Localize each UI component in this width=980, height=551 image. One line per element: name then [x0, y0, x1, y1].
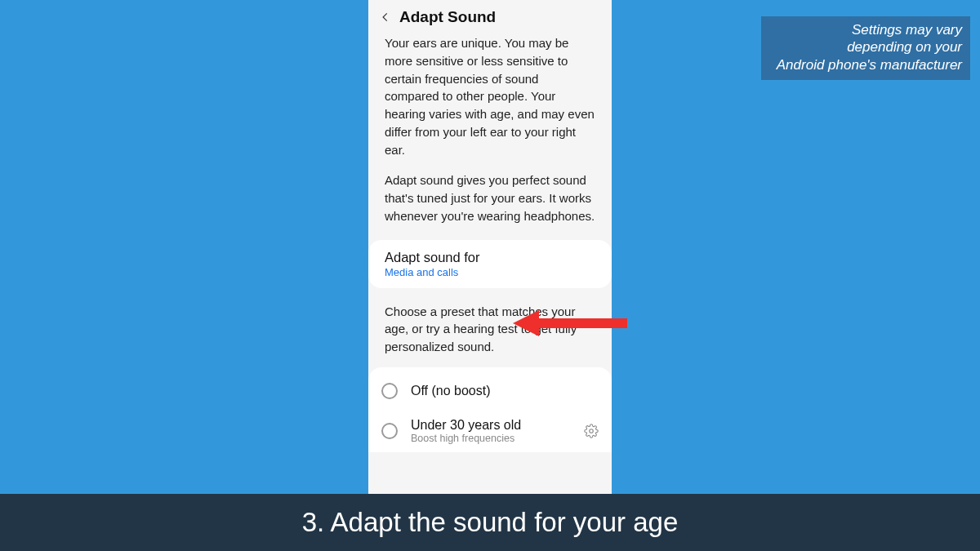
phone-screenshot: Adapt Sound Your ears are unique. You ma…	[368, 0, 612, 506]
preset-under-30-sub: Boost high frequencies	[411, 433, 582, 444]
preset-description: Choose a preset that matches your age, o…	[368, 295, 612, 367]
back-icon[interactable]	[376, 8, 394, 26]
page-title: Adapt Sound	[399, 8, 496, 26]
preset-under-30-label: Under 30 years old	[411, 418, 582, 433]
app-header: Adapt Sound	[368, 0, 612, 33]
gear-icon[interactable]	[582, 422, 600, 440]
step-caption: 3. Adapt the sound for your age	[0, 494, 980, 551]
disclaimer-line-1: Settings may vary	[769, 21, 962, 38]
description-block: Your ears are unique. You may be more se…	[368, 33, 612, 240]
preset-under-30[interactable]: Under 30 years old Boost high frequencie…	[368, 410, 612, 452]
adapt-sound-for-row[interactable]: Adapt sound for Media and calls	[368, 240, 612, 288]
tutorial-frame: Adapt Sound Your ears are unique. You ma…	[0, 0, 980, 551]
description-para-1: Your ears are unique. You may be more se…	[385, 34, 595, 158]
preset-off[interactable]: Off (no boost)	[368, 372, 612, 410]
adapt-sound-for-value: Media and calls	[385, 266, 595, 278]
disclaimer-line-2: depending on your	[769, 38, 962, 56]
preset-off-label: Off (no boost)	[411, 384, 600, 398]
description-para-2: Adapt sound gives you perfect sound that…	[385, 171, 595, 224]
svg-point-0	[590, 429, 594, 433]
step-caption-text: 3. Adapt the sound for your age	[302, 507, 679, 538]
radio-icon[interactable]	[381, 383, 398, 399]
radio-icon[interactable]	[381, 423, 398, 439]
adapt-sound-for-title: Adapt sound for	[385, 250, 595, 265]
preset-list: Off (no boost) Under 30 years old Boost …	[368, 367, 612, 452]
disclaimer-overlay: Settings may vary depending on your Andr…	[761, 16, 970, 80]
disclaimer-line-3: Android phone's manufacturer	[769, 56, 962, 73]
